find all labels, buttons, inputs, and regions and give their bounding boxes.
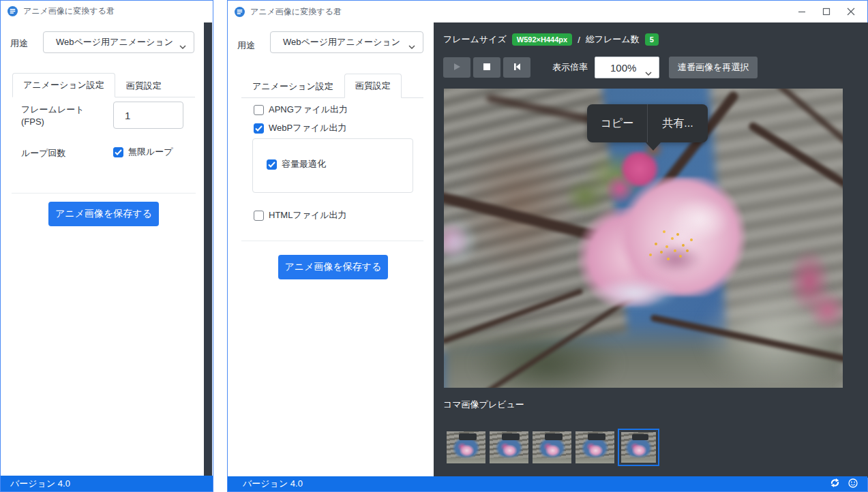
- infinite-loop-checkbox-label: 無限ループ: [128, 146, 173, 158]
- zoom-label: 表示倍率: [552, 61, 588, 74]
- webp-output-label: WebPファイル出力: [269, 122, 346, 134]
- separator: /: [578, 35, 580, 45]
- context-menu-copy[interactable]: コピー: [587, 117, 647, 131]
- stop-icon: [482, 62, 492, 74]
- webp-output-row: WebPファイル出力: [254, 122, 346, 134]
- window-title: アニメ画像に変換する君: [23, 5, 115, 17]
- skip-to-start-icon: [512, 62, 522, 74]
- app-icon: [235, 7, 245, 17]
- zoom-select-value: 100%: [610, 62, 636, 74]
- tab-quality-settings[interactable]: 画質設定: [344, 74, 402, 98]
- stop-button[interactable]: [473, 57, 500, 78]
- html-output-label: HTMLファイル出力: [269, 209, 347, 221]
- close-button[interactable]: [839, 3, 863, 20]
- chevron-down-icon: [645, 66, 652, 78]
- frame-size-badge: W592×H444px: [512, 33, 572, 46]
- left-titlebar[interactable]: アニメ画像に変換する君: [1, 1, 213, 21]
- frame-thumbnail-1[interactable]: [447, 431, 485, 463]
- stamens: [665, 245, 668, 248]
- chevron-down-icon: [179, 41, 186, 51]
- purpose-label: 用途: [237, 40, 255, 52]
- tab-quality-settings[interactable]: 画質設定: [115, 74, 173, 97]
- frame-thumbnail-4[interactable]: [575, 431, 614, 463]
- apng-output-label: APNGファイル出力: [269, 104, 348, 116]
- webp-output-checkbox[interactable]: [254, 123, 264, 134]
- frame-size-label: フレームサイズ: [443, 33, 507, 46]
- right-tabbar: アニメーション設定 画質設定: [241, 74, 423, 98]
- window-title: アニメ画像に変換する君: [250, 6, 342, 18]
- maximize-button[interactable]: [814, 3, 839, 20]
- total-frames-label: 総フレーム数: [586, 33, 640, 46]
- right-titlebar[interactable]: アニメ画像に変換する君: [228, 1, 867, 22]
- webp-options-box: 容量最適化: [252, 138, 413, 193]
- frame-thumbnail-5[interactable]: [621, 432, 656, 463]
- reselect-images-button[interactable]: 連番画像を再選択: [669, 57, 758, 78]
- zoom-select[interactable]: 100%: [595, 57, 659, 78]
- playback-toolbar: 表示倍率 100% 連番画像を再選択: [443, 57, 758, 78]
- optimize-size-row: 容量最適化: [267, 158, 326, 170]
- minimize-button[interactable]: [790, 3, 814, 20]
- framerate-input[interactable]: [113, 102, 183, 129]
- selected-frame-outline: [618, 429, 659, 466]
- purpose-select[interactable]: Webページ用アニメーション: [270, 31, 423, 53]
- statusbar-icons: [830, 476, 858, 491]
- divider: [241, 241, 423, 241]
- sync-icon[interactable]: [830, 478, 840, 490]
- play-icon: [452, 62, 462, 74]
- app-icon: [8, 6, 18, 16]
- skip-to-start-button[interactable]: [503, 57, 530, 78]
- optimize-size-label: 容量最適化: [282, 158, 326, 170]
- version-label: バージョン 4.0: [10, 478, 70, 490]
- play-button[interactable]: [443, 57, 470, 78]
- left-tabbar: アニメーション設定 画質設定: [12, 73, 195, 97]
- left-statusbar: バージョン 4.0: [1, 476, 213, 491]
- left-window: アニメ画像に変換する君 用途 Webページ用アニメーション アニメーション設定 …: [0, 0, 213, 492]
- total-frames-badge: 5: [645, 33, 659, 46]
- version-label: バージョン 4.0: [243, 478, 303, 490]
- feedback-smiley-icon[interactable]: [848, 478, 858, 490]
- framerate-label: フレームレート (FPS): [21, 104, 85, 128]
- save-animation-button[interactable]: アニメ画像を保存する: [278, 255, 388, 279]
- purpose-select[interactable]: Webページ用アニメーション: [43, 31, 194, 53]
- frame-info-header: フレームサイズ W592×H444px / 総フレーム数 5: [443, 33, 659, 46]
- right-statusbar: バージョン 4.0: [228, 476, 867, 491]
- html-output-row: HTMLファイル出力: [254, 209, 347, 221]
- apng-output-checkbox[interactable]: [254, 105, 264, 115]
- save-animation-button[interactable]: アニメ画像を保存する: [48, 202, 159, 226]
- frames-preview-label: コマ画像プレビュー: [443, 399, 524, 411]
- chevron-down-icon: [408, 41, 415, 51]
- apng-output-row: APNGファイル出力: [254, 104, 348, 116]
- collapsed-preview-strip: [204, 22, 212, 477]
- infinite-loop-row: 無限ループ: [113, 146, 173, 158]
- infinite-loop-checkbox[interactable]: [113, 147, 123, 157]
- purpose-select-value: Webページ用アニメーション: [56, 36, 173, 48]
- preview-panel: フレームサイズ W592×H444px / 総フレーム数 5 表示倍率 100: [434, 22, 868, 478]
- frame-thumbnail-3[interactable]: [533, 431, 571, 463]
- loop-label: ループ回数: [21, 147, 66, 159]
- tab-animation-settings[interactable]: アニメーション設定: [12, 73, 115, 97]
- frame-thumbnail-2[interactable]: [490, 431, 528, 463]
- right-window: アニメ画像に変換する君 用途 Webページ用アニメーション アニメーション設定 …: [227, 0, 868, 492]
- window-controls: [790, 3, 863, 20]
- divider: [12, 193, 196, 194]
- frame-thumbnail-row: [447, 429, 663, 466]
- context-menu-share[interactable]: 共有...: [648, 117, 708, 131]
- desktop: アニメ画像に変換する君 用途 Webページ用アニメーション アニメーション設定 …: [0, 0, 868, 492]
- optimize-size-checkbox[interactable]: [267, 159, 277, 170]
- context-menu-tail: [646, 142, 661, 151]
- html-output-checkbox[interactable]: [254, 211, 264, 221]
- purpose-label: 用途: [10, 37, 28, 50]
- purpose-select-value: Webページ用アニメーション: [283, 36, 400, 48]
- context-menu: コピー 共有...: [587, 104, 708, 142]
- tab-animation-settings[interactable]: アニメーション設定: [241, 74, 344, 98]
